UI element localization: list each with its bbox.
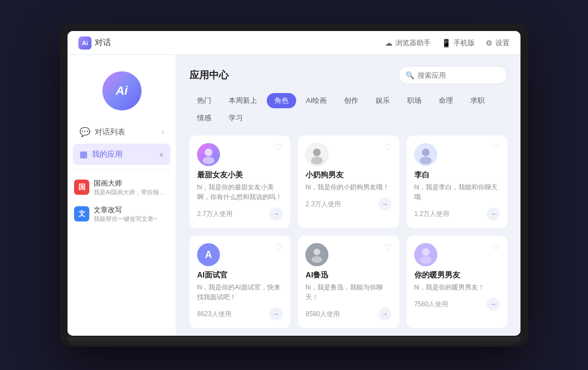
my-apps-label: 我的应用: [92, 150, 122, 159]
card-libai-name: 李白: [414, 170, 500, 180]
mobile-version-label: 手机版: [454, 38, 475, 48]
svg-point-13: [422, 248, 430, 256]
laptop-base: [68, 337, 520, 347]
svg-point-14: [420, 256, 432, 264]
article-desc: 我能帮你一键改写文章~: [94, 215, 169, 223]
app-title: 对话: [95, 38, 111, 48]
sidebar-ai-logo: Ai: [102, 71, 142, 110]
search-input[interactable]: [418, 71, 509, 79]
card-xiaomei-avatar: [197, 143, 220, 166]
app-window: Ai 对话 ☁ 浏览器助手 📱 手机版 ⚙ 设置: [68, 31, 520, 336]
tab-fate[interactable]: 命理: [431, 93, 461, 108]
tab-create[interactable]: 创作: [336, 93, 366, 108]
app-center-header: 应用中心 🔍: [189, 66, 507, 84]
search-icon: 🔍: [406, 71, 414, 79]
card-xiaomei-footer: 2.7万人使用 →: [197, 207, 283, 220]
card-interview-usage: 8623人使用: [197, 310, 231, 319]
browser-assistant-button[interactable]: ☁ 浏览器助手: [385, 38, 431, 48]
conversations-label: 对话列表: [95, 127, 125, 137]
card-luxun[interactable]: ♡ AI鲁迅 hi，我是鲁迅，我能与你聊天！ 8580人使用 →: [298, 236, 399, 328]
settings-button[interactable]: ⚙ 设置: [486, 38, 510, 48]
tab-job[interactable]: 求职: [463, 93, 492, 108]
content-area: 应用中心 🔍 热门 本周新上 角色 AI绘画 创作 娱乐: [176, 55, 520, 336]
category-tabs: 热门 本周新上 角色 AI绘画 创作 娱乐 职场 命理 求职 情感 学习: [189, 93, 507, 126]
svg-point-10: [314, 249, 320, 255]
app-logo-icon: Ai: [78, 36, 91, 50]
card-libai-header: ♡: [414, 143, 500, 166]
browser-assistant-label: 浏览器助手: [395, 38, 431, 48]
card-xiaonai-desc: hi，我是你的小奶狗男友哦！: [305, 182, 391, 192]
card-luxun-desc: hi，我是鲁迅，我能与你聊天！: [305, 282, 391, 302]
card-warm-arrow[interactable]: →: [487, 298, 500, 311]
history-item-guohua[interactable]: 国 国画大师 我是AI国画大师，带你领时代体...: [68, 174, 176, 201]
card-interview-arrow[interactable]: →: [270, 307, 283, 320]
article-title: 文章改写: [94, 205, 169, 215]
laptop-screen: Ai 对话 ☁ 浏览器助手 📱 手机版 ⚙ 设置: [68, 31, 520, 336]
card-xiaonai-heart[interactable]: ♡: [384, 143, 391, 152]
card-luxun-avatar: [305, 243, 328, 266]
guohua-title: 国画大师: [94, 178, 169, 188]
card-libai-arrow[interactable]: →: [487, 207, 500, 220]
sidebar-divider: [74, 169, 169, 170]
title-bar-logo: Ai 对话: [78, 36, 111, 50]
cloud-icon: ☁: [385, 39, 393, 47]
card-xiaonai-footer: 2.3万人使用 →: [305, 198, 391, 211]
history-item-article[interactable]: 文 文章改写 我能帮你一键改写文章~: [68, 201, 176, 227]
card-interview-footer: 8623人使用 →: [197, 307, 283, 320]
tab-ai-draw[interactable]: AI绘画: [298, 93, 334, 108]
svg-point-11: [311, 256, 322, 263]
card-libai-desc: hi，我是李白，我能和你聊天哦: [414, 182, 500, 202]
card-xiaonai-usage: 2.3万人使用: [305, 200, 341, 209]
svg-point-7: [422, 149, 430, 156]
tab-hot[interactable]: 热门: [189, 93, 219, 108]
card-luxun-name: AI鲁迅: [305, 270, 391, 280]
card-xiaomei-arrow[interactable]: →: [270, 207, 283, 220]
sidebar-item-conversations[interactable]: 💬 对话列表 ›: [73, 121, 170, 143]
tab-emotion[interactable]: 情感: [189, 110, 219, 126]
card-xiaonai-name: 小奶狗男友: [305, 170, 391, 180]
card-interview[interactable]: A ♡ AI面试官 hi，我是你的AI面试官，快来找我面试吧！ 8623人使用 …: [189, 236, 290, 328]
sidebar-item-my-apps[interactable]: ▦ 我的应用 ∨: [73, 144, 170, 165]
mobile-version-button[interactable]: 📱 手机版: [442, 38, 475, 48]
svg-point-2: [203, 157, 215, 164]
card-xiaonai[interactable]: ♡ 小奶狗男友 hi，我是你的小奶狗男友哦！ 2.3万人使用 →: [298, 135, 399, 228]
card-luxun-usage: 8580人使用: [305, 310, 340, 319]
tab-entertainment[interactable]: 娱乐: [368, 93, 397, 108]
sidebar-logo-text: Ai: [116, 84, 128, 98]
tab-role[interactable]: 角色: [267, 93, 296, 108]
card-xiaomei-heart[interactable]: ♡: [275, 143, 283, 152]
card-interview-name: AI面试官: [197, 270, 283, 280]
card-xiaonai-header: ♡: [305, 143, 391, 166]
tab-work[interactable]: 职场: [400, 93, 429, 108]
card-interview-desc: hi，我是你的AI面试官，快来找我面试吧！: [197, 282, 283, 302]
guohua-avatar: 国: [74, 180, 89, 195]
svg-point-1: [205, 149, 212, 156]
guohua-text: 国画大师 我是AI国画大师，带你领时代体...: [94, 178, 169, 196]
card-interview-heart[interactable]: ♡: [275, 243, 283, 252]
app-center-title: 应用中心: [189, 69, 229, 82]
card-warm[interactable]: ♡ 你的暖男男友 hi，我是你的暖男男友！ 7580人使用 →: [407, 236, 507, 328]
card-xiaonai-avatar: [305, 143, 328, 166]
svg-point-5: [311, 157, 323, 164]
card-luxun-header: ♡: [305, 243, 391, 266]
card-luxun-arrow[interactable]: →: [378, 307, 391, 320]
card-warm-usage: 7580人使用: [414, 300, 449, 309]
guohua-desc: 我是AI国画大师，带你领时代体...: [94, 188, 169, 196]
search-box[interactable]: 🔍: [399, 66, 507, 84]
card-xiaonai-arrow[interactable]: →: [378, 198, 391, 211]
card-luxun-heart[interactable]: ♡: [384, 243, 391, 252]
gear-icon: ⚙: [486, 39, 493, 47]
title-bar: Ai 对话 ☁ 浏览器助手 📱 手机版 ⚙ 设置: [68, 31, 520, 55]
card-warm-heart[interactable]: ♡: [492, 243, 500, 252]
tab-new[interactable]: 本周新上: [221, 93, 265, 108]
title-bar-actions: ☁ 浏览器助手 📱 手机版 ⚙ 设置: [385, 38, 510, 48]
card-xiaomei-desc: hi，我是你的最甜女友小美啊，你有什么想和我说的吗！: [197, 182, 283, 202]
card-xiaomei[interactable]: ♡ 最甜女友小美 hi，我是你的最甜女友小美啊，你有什么想和我说的吗！ 2.7万…: [189, 135, 290, 228]
card-warm-header: ♡: [414, 243, 500, 266]
tab-study[interactable]: 学习: [221, 110, 250, 126]
card-libai-usage: 1.2万人使用: [414, 209, 450, 219]
card-warm-avatar: [414, 243, 437, 266]
card-libai[interactable]: ♡ 李白 hi，我是李白，我能和你聊天哦 1.2万人使用 →: [407, 135, 507, 228]
chevron-right-icon: ›: [162, 128, 164, 136]
card-libai-heart[interactable]: ♡: [492, 143, 500, 152]
